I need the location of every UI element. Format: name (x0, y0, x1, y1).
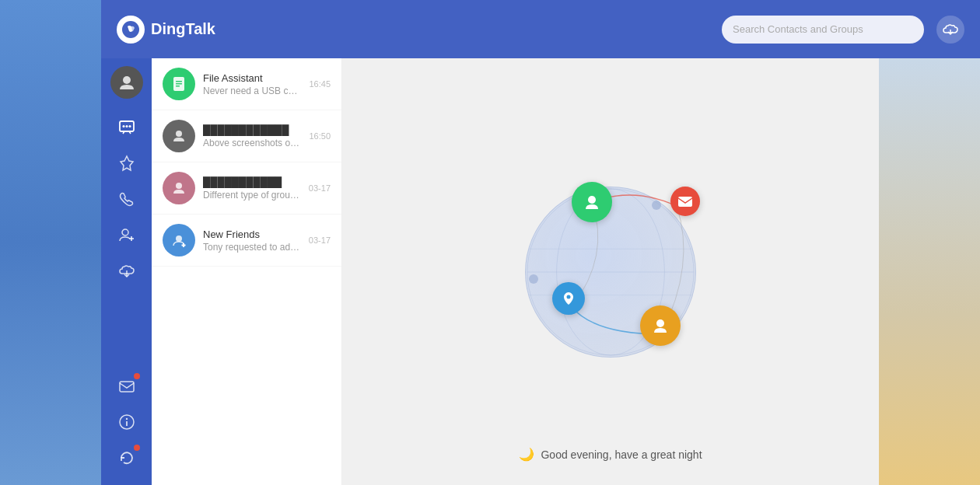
conversation-item[interactable]: File AssistantNever need a USB cable…16:… (152, 58, 341, 110)
float-person-gold (640, 305, 681, 346)
conv-message: Different type of group c… (203, 190, 301, 201)
conv-time: 03-17 (309, 236, 331, 245)
conv-message: Never need a USB cable… (203, 85, 301, 96)
dingtalk-logo-svg (121, 20, 140, 39)
sidebar-item-info[interactable] (110, 406, 143, 438)
svg-point-27 (656, 319, 664, 327)
search-placeholder: Search Contacts and Groups (733, 23, 863, 35)
globe-illustration (478, 140, 743, 404)
logo: DingTalk (117, 16, 215, 44)
float-mail-red (670, 187, 700, 216)
conv-avatar (163, 68, 195, 100)
float-person-green (572, 182, 612, 222)
sidebar-item-messages[interactable] (110, 111, 143, 144)
conv-name: File Assistant (203, 72, 301, 84)
phone-icon (118, 190, 135, 208)
float-dot-1 (652, 201, 661, 210)
conv-avatar (163, 224, 195, 256)
svg-point-5 (125, 125, 128, 127)
conv-time: 03-17 (309, 183, 331, 193)
greeting-icon: 🌙 (519, 447, 534, 462)
refresh-icon (118, 449, 135, 466)
conv-info: ████████████Above screenshots of ap… (203, 124, 301, 148)
conv-avatar (163, 172, 195, 204)
settings-badge (134, 445, 140, 451)
svg-point-24 (588, 196, 596, 204)
logo-icon (117, 16, 145, 44)
app-container: DingTalk Search Contacts and Groups (101, 0, 980, 485)
greeting: 🌙 Good evening, have a great night (519, 447, 702, 462)
user-avatar[interactable] (110, 66, 143, 99)
conversation-list: File AssistantNever need a USB cable…16:… (152, 58, 342, 485)
cloud-download-button[interactable] (936, 16, 964, 44)
search-bar[interactable]: Search Contacts and Groups (722, 16, 924, 44)
main-area: File AssistantNever need a USB cable…16:… (101, 58, 980, 485)
cloud-download-icon (943, 22, 958, 37)
connection-lines-svg (478, 140, 743, 404)
conversation-item[interactable]: ███████████Different type of group c…03-… (152, 162, 341, 215)
conv-name: ████████████ (203, 124, 301, 136)
svg-rect-11 (120, 382, 134, 392)
add-contact-icon (118, 226, 135, 243)
svg-point-7 (122, 229, 128, 236)
conv-info: ███████████Different type of group c… (203, 176, 301, 201)
svg-rect-17 (176, 83, 182, 85)
mail-badge (134, 373, 140, 379)
conversation-item[interactable]: New FriendsTony requested to add y…03-17 (152, 215, 341, 267)
logo-text: DingTalk (151, 20, 215, 38)
mail-icon (118, 378, 135, 395)
svg-rect-25 (678, 197, 692, 207)
svg-point-4 (122, 125, 124, 127)
svg-point-2 (123, 76, 131, 84)
greeting-text: Good evening, have a great night (541, 448, 702, 461)
conv-info: New FriendsTony requested to add y… (203, 229, 301, 253)
sidebar-item-pin[interactable] (110, 147, 143, 180)
sidebar (101, 58, 152, 485)
avatar-icon (118, 74, 135, 91)
sidebar-item-mail[interactable] (110, 370, 143, 403)
svg-point-13 (125, 418, 127, 420)
svg-point-26 (567, 295, 571, 298)
svg-point-21 (176, 236, 182, 242)
sidebar-bottom (110, 370, 143, 477)
conv-info: File AssistantNever need a USB cable… (203, 72, 301, 96)
conv-avatar (163, 120, 195, 152)
float-dot-2 (529, 274, 538, 284)
header: DingTalk Search Contacts and Groups (101, 0, 980, 58)
conv-message: Tony requested to add y… (203, 242, 301, 253)
right-panel (879, 58, 980, 485)
sidebar-item-calls[interactable] (110, 183, 143, 215)
info-icon (118, 413, 135, 431)
messages-icon (118, 119, 135, 136)
conv-name: New Friends (203, 229, 301, 240)
svg-point-6 (128, 125, 131, 127)
sidebar-item-settings[interactable] (110, 441, 143, 474)
conversation-item[interactable]: ████████████Above screenshots of ap…16:5… (152, 110, 341, 162)
conv-message: Above screenshots of ap… (203, 138, 301, 148)
pin-icon (118, 155, 135, 172)
conv-time: 16:45 (309, 79, 331, 89)
svg-point-20 (176, 183, 182, 189)
cloud-icon (118, 262, 135, 279)
float-pin-blue (552, 282, 585, 315)
sidebar-item-contacts[interactable] (110, 218, 143, 251)
main-content: 🌙 Good evening, have a great night (342, 58, 879, 485)
svg-point-19 (176, 131, 182, 137)
conv-name: ███████████ (203, 176, 301, 188)
svg-rect-16 (176, 81, 182, 82)
svg-rect-18 (176, 85, 180, 87)
conv-time: 16:50 (309, 131, 331, 141)
sidebar-item-cloud[interactable] (110, 254, 143, 287)
